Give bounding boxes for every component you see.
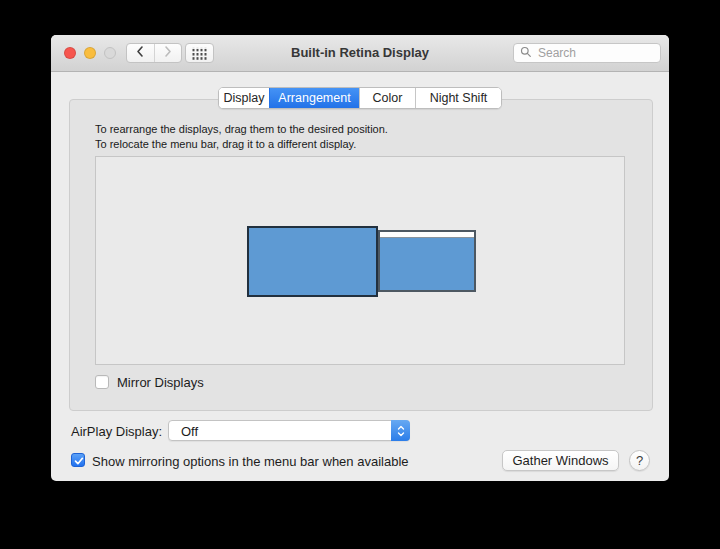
show-mirroring-checkbox[interactable] xyxy=(71,453,85,467)
primary-display-rect[interactable] xyxy=(247,226,378,297)
popup-stepper-icon xyxy=(391,420,410,441)
airplay-selected-value: Off xyxy=(181,424,198,439)
checkmark-icon xyxy=(72,454,86,468)
title-bar[interactable]: Built-in Retina Display xyxy=(51,35,669,72)
gather-windows-button[interactable]: Gather Windows xyxy=(502,450,619,471)
instruction-text: To rearrange the displays, drag them to … xyxy=(95,122,388,152)
instruction-line-1: To rearrange the displays, drag them to … xyxy=(95,122,388,137)
show-mirroring-label: Show mirroring options in the menu bar w… xyxy=(92,454,409,469)
airplay-display-popup[interactable]: Off xyxy=(168,420,410,441)
search-input[interactable] xyxy=(536,45,650,61)
mirror-displays-checkbox[interactable] xyxy=(95,375,109,389)
secondary-display-rect[interactable] xyxy=(378,230,476,292)
search-field[interactable] xyxy=(513,43,661,63)
display-arrangement-canvas xyxy=(95,156,625,365)
mirror-displays-label: Mirror Displays xyxy=(117,375,204,390)
tab-bar: Display Arrangement Color Night Shift xyxy=(218,87,502,109)
help-button[interactable]: ? xyxy=(629,450,650,471)
system-preferences-window: Built-in Retina Display Display Arrangem… xyxy=(51,35,669,481)
instruction-line-2: To relocate the menu bar, drag it to a d… xyxy=(95,137,388,152)
tab-color[interactable]: Color xyxy=(359,88,415,108)
tab-display[interactable]: Display xyxy=(219,88,269,108)
tab-arrangement[interactable]: Arrangement xyxy=(269,88,359,108)
airplay-display-label: AirPlay Display: xyxy=(67,424,162,439)
menu-bar-strip[interactable] xyxy=(380,232,474,238)
tab-night-shift[interactable]: Night Shift xyxy=(415,88,501,108)
search-icon xyxy=(520,44,532,62)
